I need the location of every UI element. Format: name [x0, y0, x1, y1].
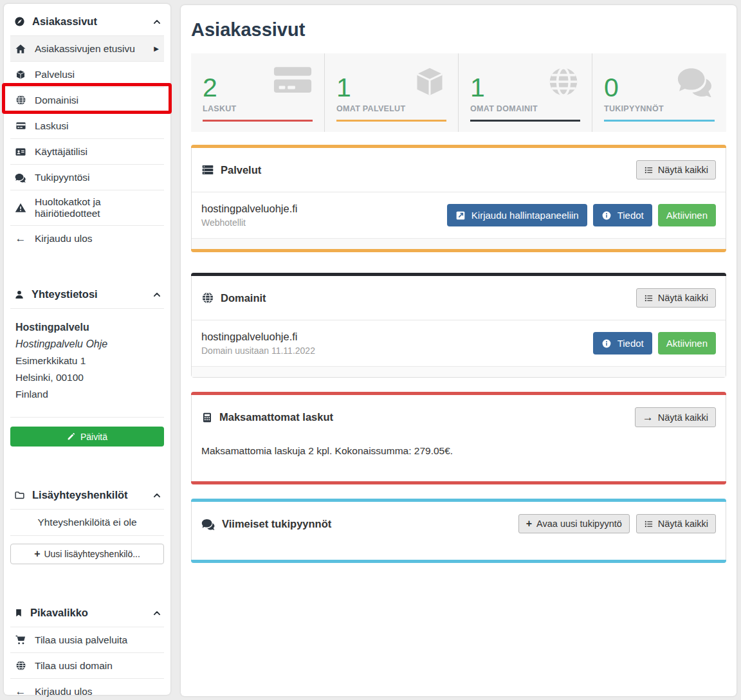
sidebar-item-laskusi[interactable]: Laskusi	[10, 113, 164, 138]
list-icon	[644, 293, 654, 303]
list-icon	[644, 519, 654, 529]
sidebar-item-label: Huoltokatkot ja häiriötiedotteet	[35, 196, 160, 219]
sidebar-item-domainisi[interactable]: Domainisi	[10, 87, 164, 113]
services-panel: Palvelut Näytä kaikki hostingpalveluohje…	[191, 145, 726, 252]
folder-icon	[14, 490, 25, 501]
plus-icon: +	[526, 519, 532, 529]
sidebar-item-label: Asiakassivujen etusivu	[35, 43, 135, 55]
stat-omat-domainit[interactable]: 1 OMAT DOMAINIT	[459, 53, 592, 132]
panel-accent-bottom	[191, 560, 726, 563]
invoices-show-all-button[interactable]: → Näytä kaikki	[635, 407, 716, 427]
home-icon	[14, 43, 27, 55]
info-icon	[601, 338, 612, 349]
sidebar-item-etusivu[interactable]: Asiakassivujen etusivu ▶	[10, 35, 164, 61]
sidebar-item-label: Palvelusi	[35, 69, 75, 80]
sidebar-item-tukipyyntosi[interactable]: Tukipyyntösi	[10, 164, 164, 190]
sidebar-item-label: Käyttäjätilisi	[35, 146, 87, 158]
domain-row: hostingpalveluohje.fi Domain uusitaan 11…	[192, 320, 726, 366]
section-title: Pikavalikko	[30, 607, 88, 619]
tickets-panel-heading: Viimeiset tukipyynnöt + Avaa uusi tukipy…	[192, 502, 726, 546]
button-label: Näytä kaikki	[658, 293, 708, 303]
add-extra-contact-button[interactable]: + Uusi lisäyhteyshenkilö...	[10, 544, 164, 564]
button-label: Kirjaudu hallintapaneeliin	[471, 210, 579, 221]
shopping-cart-icon	[14, 634, 27, 645]
arrow-right-icon: →	[643, 412, 654, 423]
stat-accent-bar	[604, 120, 715, 122]
button-label: Näytä kaikki	[658, 412, 708, 423]
domain-status-badge[interactable]: Aktiivinen	[658, 332, 716, 355]
comments-icon	[201, 518, 215, 530]
domains-show-all-button[interactable]: Näytä kaikki	[636, 288, 716, 308]
service-actions: Kirjaudu hallintapaneeliin Tiedot Aktiiv…	[447, 204, 716, 226]
quickmenu-item-label: Tilaa uusi domain	[35, 660, 113, 672]
stat-laskut[interactable]: 2 LASKUT	[191, 53, 325, 132]
sidebar-item-label: Tukipyyntösi	[35, 172, 90, 183]
caret-right-icon: ▶	[154, 45, 160, 52]
contact-street: Esimerkkikatu 1	[15, 353, 159, 369]
comments-icon	[14, 172, 27, 183]
section-title: Lisäyhteyshenkilöt	[32, 489, 128, 501]
invoices-summary: Maksamattomia laskuja 2 kpl. Kokonaissum…	[192, 432, 726, 481]
service-status-badge[interactable]: Aktiivinen	[658, 204, 716, 226]
pencil-icon	[67, 432, 75, 441]
contact-company: Hostingpalvelu	[15, 319, 159, 336]
stat-accent-bar	[203, 120, 313, 122]
contact-name: Hostingpalvelu Ohje	[15, 336, 159, 353]
section-title: Asiakassivut	[32, 15, 97, 28]
sidebar-section-asiakassivut[interactable]: Asiakassivut	[10, 5, 164, 35]
domain-actions: Tiedot Aktiivinen	[593, 332, 716, 355]
quickmenu-item-kirjaudu-ulos[interactable]: ← Kirjaudu ulos	[10, 678, 164, 700]
stat-label: OMAT PALVELUT	[336, 104, 446, 113]
stat-tukipyynnot[interactable]: 0 TUKIPYYNNÖT	[592, 53, 726, 132]
sidebar-section-yhteystietosi[interactable]: Yhteystietosi	[10, 278, 164, 308]
contact-country: Finland	[15, 386, 159, 403]
compass-icon	[14, 16, 25, 27]
panel-accent-bottom	[191, 481, 726, 484]
login-control-panel-button[interactable]: Kirjaudu hallintapaneeliin	[447, 204, 587, 226]
bookmark-icon	[14, 608, 23, 618]
sidebar-section-pikavalikko[interactable]: Pikavalikko	[10, 596, 164, 627]
services-show-all-button[interactable]: Näytä kaikki	[636, 160, 716, 180]
sidebar-item-huoltokatkot[interactable]: Huoltokatkot ja häiriötiedotteet	[10, 190, 164, 225]
service-name: hostingpalveluohje.fi	[201, 203, 298, 215]
button-label: Näytä kaikki	[658, 165, 708, 175]
arrow-left-icon: ←	[14, 233, 27, 244]
list-icon	[644, 165, 654, 175]
sidebar-item-kirjaudu-ulos[interactable]: ← Kirjaudu ulos	[10, 225, 164, 251]
open-new-ticket-button[interactable]: + Avaa uusi tukipyyntö	[518, 514, 630, 533]
stat-omat-palvelut[interactable]: 1 OMAT PALVELUT	[325, 53, 459, 132]
panel-footer	[192, 238, 726, 249]
contact-city: Helsinki, 00100	[15, 369, 159, 386]
service-info: hostingpalveluohje.fi Webhotellit	[201, 203, 298, 228]
panel-accent-bottom	[191, 249, 726, 252]
sidebar-item-label: Laskusi	[35, 120, 69, 132]
service-details-button[interactable]: Tiedot	[593, 204, 652, 226]
domains-panel-title: Domainit	[201, 291, 266, 304]
domain-renewal: Domain uusitaan 11.11.2022	[201, 345, 315, 356]
globe-icon	[201, 291, 214, 304]
invoices-panel: Maksamattomat laskut → Näytä kaikki Maks…	[191, 392, 726, 484]
cube-icon	[413, 65, 446, 98]
cube-icon	[14, 69, 27, 80]
panel-title-text: Maksamattomat laskut	[219, 411, 333, 423]
stat-accent-bar	[470, 120, 580, 122]
quickmenu-item-tilaa-domain[interactable]: Tilaa uusi domain	[10, 652, 164, 678]
quickmenu-item-tilaa-palveluita[interactable]: Tilaa uusia palveluita	[10, 627, 164, 652]
services-panel-title: Palvelut	[201, 163, 261, 176]
tickets-show-all-button[interactable]: Näytä kaikki	[636, 514, 716, 533]
sidebar-section-lisayhteyshenkilot[interactable]: Lisäyhteyshenkilöt	[10, 479, 164, 509]
main-content: Asiakassivut 2 LASKUT 1 OMAT PALVELUT 1 …	[181, 5, 736, 696]
stat-label: LASKUT	[203, 104, 313, 113]
domain-details-button[interactable]: Tiedot	[593, 332, 652, 355]
sidebar-item-kayttajatilisi[interactable]: Käyttäjätilisi	[10, 138, 164, 164]
extra-contacts-empty-text: Yhteyshenkilöitä ei ole	[10, 509, 164, 535]
user-icon	[14, 290, 24, 300]
credit-card-icon	[14, 120, 27, 131]
info-icon	[601, 210, 612, 221]
update-contact-button[interactable]: Päivitä	[10, 427, 164, 447]
domain-name: hostingpalveluohje.fi	[201, 331, 315, 343]
warning-icon	[14, 202, 27, 214]
button-label: Tiedot	[618, 338, 644, 349]
quickmenu-item-label: Kirjaudu ulos	[35, 686, 93, 697]
sidebar-item-palvelusi[interactable]: Palvelusi	[10, 61, 164, 87]
